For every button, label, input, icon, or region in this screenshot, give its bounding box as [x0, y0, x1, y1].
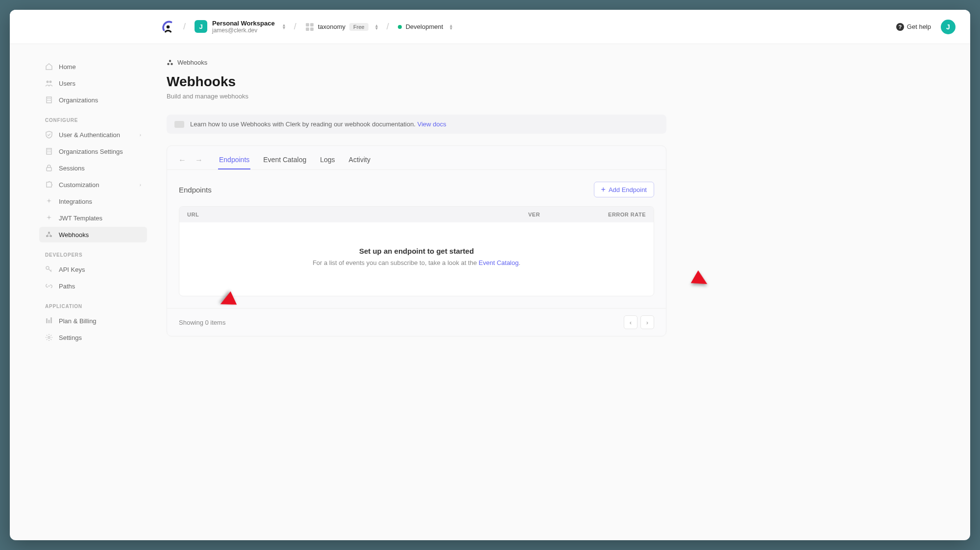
sparkle-icon — [45, 214, 53, 222]
chevron-updown-icon: ▴▾ — [375, 24, 378, 30]
sidebar-item-organizations-settings[interactable]: Organizations Settings — [39, 143, 147, 159]
svg-rect-14 — [49, 149, 50, 150]
empty-state: Set up an endpoint to get started For a … — [179, 222, 654, 296]
svg-rect-11 — [49, 100, 50, 101]
tabs-back-button[interactable]: ← — [176, 154, 189, 167]
billing-icon — [45, 317, 53, 325]
org-icon — [45, 96, 53, 104]
key-icon — [45, 265, 53, 273]
nav-label: Organizations — [59, 96, 98, 104]
svg-point-5 — [47, 81, 49, 83]
endpoints-table: URL VER ERROR RATE Set up an endpoint to… — [179, 206, 654, 296]
sidebar-item-settings[interactable]: Settings — [39, 330, 147, 345]
webhook-icon — [167, 59, 173, 66]
webhook-icon — [45, 231, 53, 239]
project-name: taxonomy — [318, 23, 345, 30]
tab-activity[interactable]: Activity — [348, 151, 371, 169]
svg-rect-3 — [306, 27, 309, 31]
svg-rect-7 — [47, 97, 51, 103]
svg-rect-15 — [48, 151, 49, 152]
separator: / — [294, 22, 296, 32]
sidebar-item-sessions[interactable]: Sessions — [39, 160, 147, 176]
page-prev-button[interactable]: ‹ — [624, 315, 637, 329]
users-icon — [45, 79, 53, 87]
sidebar: HomeUsersOrganizations CONFIGURE User & … — [10, 44, 157, 540]
nav-section-configure: CONFIGURE — [39, 109, 147, 127]
nav-label: Organizations Settings — [59, 148, 123, 155]
banner-text: Learn how to use Webhooks with Clerk by … — [190, 120, 417, 128]
sidebar-item-paths[interactable]: Paths — [39, 278, 147, 294]
sidebar-item-webhooks[interactable]: Webhooks — [39, 227, 147, 242]
nav-label: Sessions — [59, 165, 85, 172]
nav-label: Plan & Billing — [59, 317, 97, 325]
workspace-email: james@clerk.dev — [212, 27, 275, 34]
svg-point-27 — [167, 63, 169, 65]
page-title: Webhooks — [167, 74, 666, 90]
chevron-updown-icon: ▴▾ — [283, 24, 285, 29]
items-count: Showing 0 items — [179, 319, 225, 326]
sidebar-item-home[interactable]: Home — [39, 59, 147, 74]
svg-rect-9 — [49, 98, 50, 99]
help-icon: ? — [896, 23, 904, 31]
separator: / — [183, 22, 186, 32]
environment-selector[interactable]: Development ▴▾ — [398, 23, 453, 30]
tab-logs[interactable]: Logs — [319, 151, 336, 169]
project-selector[interactable]: taxonomy Free ▴▾ — [305, 23, 378, 31]
workspace-selector[interactable]: J Personal Workspace james@clerk.dev ▴▾ — [195, 20, 285, 34]
tab-endpoints[interactable]: Endpoints — [218, 151, 250, 169]
nav-label: Webhooks — [59, 231, 89, 239]
main-content: Webhooks Webhooks Build and manage webho… — [157, 44, 696, 540]
clerk-logo-icon — [162, 21, 174, 33]
sidebar-item-jwt-templates[interactable]: JWT Templates — [39, 210, 147, 226]
user-avatar[interactable]: J — [941, 20, 956, 34]
sidebar-item-customization[interactable]: Customization› — [39, 177, 147, 192]
svg-point-0 — [167, 25, 170, 28]
nav-label: User & Authentication — [59, 131, 120, 139]
sidebar-item-integrations[interactable]: Integrations — [39, 193, 147, 209]
svg-rect-17 — [47, 167, 51, 171]
nav-label: API Keys — [59, 266, 85, 273]
svg-point-6 — [49, 81, 52, 83]
org-icon — [45, 147, 53, 155]
sidebar-item-api-keys[interactable]: API Keys — [39, 262, 147, 277]
top-bar: / J Personal Workspace james@clerk.dev ▴… — [10, 10, 970, 44]
nav-label: Customization — [59, 181, 99, 189]
svg-rect-16 — [49, 151, 50, 152]
chevron-right-icon: › — [140, 182, 141, 188]
empty-text: For a list of events you can subscribe t… — [313, 259, 479, 266]
svg-point-25 — [48, 336, 50, 338]
page-next-button[interactable]: › — [640, 315, 654, 329]
sparkle-icon — [45, 197, 53, 205]
sidebar-item-organizations[interactable]: Organizations — [39, 92, 147, 108]
sidebar-item-plan-billing[interactable]: Plan & Billing — [39, 313, 147, 329]
add-endpoint-button[interactable]: + Add Endpoint — [594, 182, 654, 197]
puzzle-icon — [45, 181, 53, 189]
sidebar-item-user-authentication[interactable]: User & Authentication› — [39, 127, 147, 143]
workspace-avatar: J — [195, 20, 207, 33]
plus-icon: + — [601, 186, 606, 193]
tab-event-catalog[interactable]: Event Catalog — [262, 151, 307, 169]
nav-section-developers: DEVELOPERS — [39, 243, 147, 262]
column-url: URL — [187, 212, 528, 217]
info-banner: Learn how to use Webhooks with Clerk by … — [167, 115, 666, 134]
status-dot-icon — [398, 25, 402, 29]
shield-icon — [45, 131, 53, 139]
svg-rect-22 — [46, 318, 48, 323]
nav-label: Home — [59, 63, 76, 71]
view-docs-link[interactable]: View docs — [417, 120, 446, 128]
svg-rect-24 — [50, 317, 52, 323]
link-icon — [45, 282, 53, 290]
gear-icon — [45, 334, 53, 341]
event-catalog-link[interactable]: Event Catalog — [479, 259, 519, 266]
help-label: Get help — [907, 23, 931, 30]
svg-rect-12 — [47, 148, 51, 154]
svg-rect-8 — [48, 98, 49, 99]
column-ver: VER — [528, 212, 587, 217]
svg-rect-13 — [48, 149, 49, 150]
nav-label: Users — [59, 80, 75, 87]
get-help-button[interactable]: ? Get help — [896, 23, 931, 31]
svg-rect-1 — [306, 23, 309, 26]
sidebar-item-users[interactable]: Users — [39, 75, 147, 91]
tabs-forward-button[interactable]: → — [193, 154, 205, 167]
lock-icon — [45, 164, 53, 172]
